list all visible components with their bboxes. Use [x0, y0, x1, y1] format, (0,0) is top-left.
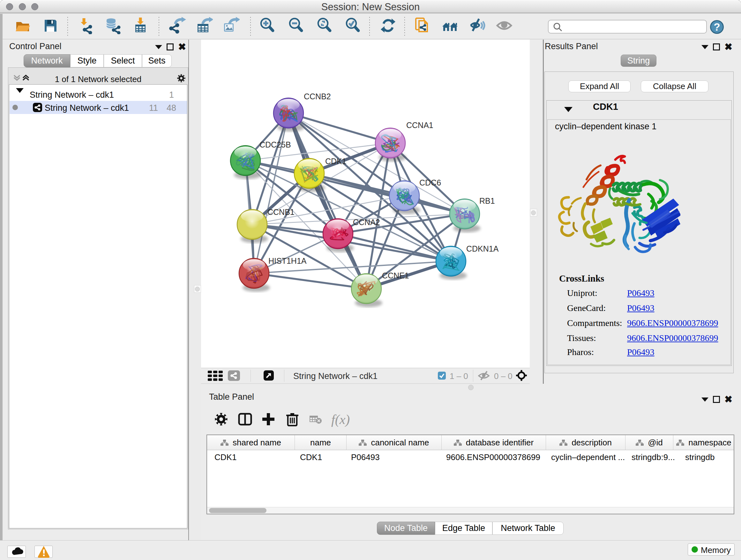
- svg-text:HIST1H1A: HIST1H1A: [268, 256, 307, 265]
- svg-text:CCNE1: CCNE1: [382, 271, 409, 280]
- svg-text:RB1: RB1: [479, 196, 495, 205]
- svg-text:CCNB2: CCNB2: [304, 92, 331, 101]
- svg-text:CDKN1A: CDKN1A: [466, 244, 499, 253]
- svg-text:CDC6: CDC6: [419, 178, 441, 187]
- svg-text:CDC25B: CDC25B: [259, 140, 291, 149]
- svg-text:CDK1: CDK1: [325, 157, 347, 166]
- svg-text:CCNB1: CCNB1: [267, 207, 294, 216]
- svg-text:CCNA1: CCNA1: [406, 121, 433, 130]
- svg-text:CCNA2: CCNA2: [353, 218, 380, 227]
